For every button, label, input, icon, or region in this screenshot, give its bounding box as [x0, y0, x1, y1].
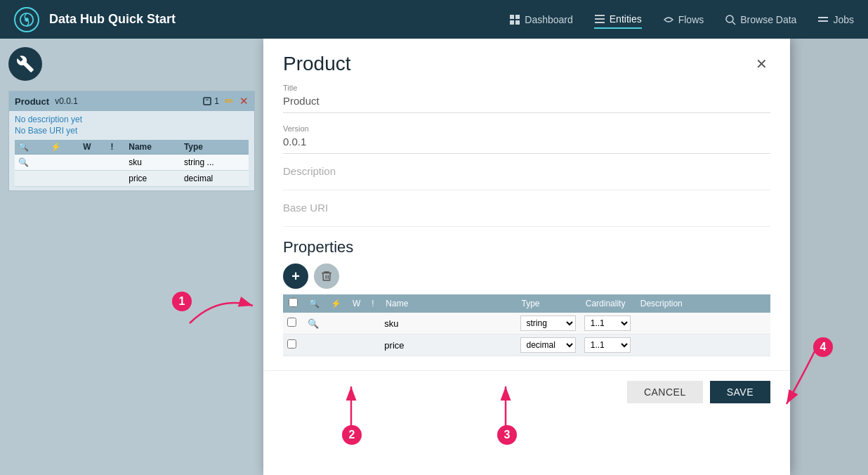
- svg-rect-4: [510, 20, 514, 25]
- app-title: Data Hub Quick Start: [49, 12, 509, 27]
- entity-edit-button[interactable]: ✏: [225, 95, 234, 108]
- th-exclaim-icon: !: [366, 294, 380, 313]
- row2-type[interactable]: string decimal integer boolean date: [516, 334, 580, 356]
- nav-entities[interactable]: Entities: [594, 11, 642, 29]
- product-modal: Product ✕ Title Product Version 0.0.1 De…: [263, 39, 790, 475]
- table-row: 🔍 sku string ...: [15, 155, 249, 171]
- th-w-icon: W: [347, 294, 366, 313]
- main-area: Product v0.0.1 1 ✏ ✕ No description yet …: [0, 39, 868, 475]
- svg-rect-2: [510, 15, 514, 19]
- base-uri-input[interactable]: Base URI: [283, 202, 770, 227]
- annotation-1: 1: [172, 292, 192, 311]
- row2-search: [303, 334, 325, 356]
- cell-sku-type: string ...: [180, 155, 249, 171]
- nav-jobs[interactable]: Jobs: [817, 11, 854, 28]
- cell-search-icon: 🔍: [15, 155, 47, 171]
- cell-empty5: [47, 171, 79, 187]
- th-type-col: Type: [516, 294, 580, 313]
- cell-empty6: [79, 171, 107, 187]
- top-navigation: Data Hub Quick Start Dashboard Entities …: [0, 0, 868, 39]
- nav-browse-data[interactable]: Browse Data: [725, 11, 796, 28]
- entity-card-actions: 1 ✏ ✕: [202, 95, 249, 108]
- table-row: 🔍 string decimal integer boolean date: [283, 313, 770, 334]
- annotation-4: 4: [813, 337, 833, 357]
- nav-flows[interactable]: Flows: [663, 11, 704, 28]
- cancel-button[interactable]: CANCEL: [627, 381, 703, 403]
- title-field-group: Title Product: [283, 84, 770, 113]
- th-checkbox: [283, 294, 303, 313]
- description-input[interactable]: Description: [283, 165, 770, 190]
- row1-description[interactable]: [635, 313, 770, 334]
- th-exclaim: !: [107, 140, 125, 155]
- base-uri-field-group: Base URI: [283, 202, 770, 227]
- row1-w: [347, 313, 366, 334]
- row1-lightning: [325, 313, 347, 334]
- th-search: 🔍: [15, 140, 47, 155]
- wrench-icon-button[interactable]: [8, 47, 42, 81]
- cell-empty3: [107, 155, 125, 171]
- cell-empty4: [15, 171, 47, 187]
- modal-header: Product ✕: [263, 39, 790, 84]
- table-row: string decimal integer boolean date 1..1…: [283, 334, 770, 356]
- svg-point-1: [25, 18, 28, 21]
- th-type: Type: [180, 140, 249, 155]
- row1-name-input[interactable]: [384, 318, 511, 329]
- row2-name[interactable]: [380, 334, 515, 356]
- props-table-header-row: 🔍 ⚡ W ! Name Type Cardinality Descriptio…: [283, 294, 770, 313]
- entity-delete-button[interactable]: ✕: [239, 95, 249, 108]
- entity-count: 1: [202, 96, 219, 106]
- properties-actions: +: [283, 263, 770, 289]
- row2-cardinality-select[interactable]: 1..1 0..1 0..∞ 1..∞: [584, 337, 631, 353]
- properties-table: 🔍 ⚡ W ! Name Type Cardinality Descriptio…: [283, 294, 770, 356]
- row1-name[interactable]: [380, 313, 515, 334]
- entity-base-uri-text: No Base URI yet: [15, 126, 249, 136]
- entity-description-text: No description yet: [15, 115, 249, 124]
- th-lightning: ⚡: [47, 140, 79, 155]
- entity-card-header: Product v0.0.1 1 ✏ ✕: [9, 91, 254, 111]
- entity-card: Product v0.0.1 1 ✏ ✕ No description yet …: [8, 91, 255, 191]
- row1-cardinality-select[interactable]: 1..1 0..1 0..∞ 1..∞: [584, 315, 631, 331]
- row2-description[interactable]: [635, 334, 770, 356]
- sidebar: Product v0.0.1 1 ✏ ✕ No description yet …: [0, 39, 263, 475]
- cell-sku-name: sku: [125, 155, 180, 171]
- svg-rect-3: [515, 15, 520, 19]
- row1-type[interactable]: string decimal integer boolean date: [516, 313, 580, 334]
- row2-type-select[interactable]: string decimal integer boolean date: [520, 337, 576, 353]
- entity-name: Product: [15, 96, 49, 107]
- title-value[interactable]: Product: [283, 95, 770, 113]
- modal-close-button[interactable]: ✕: [753, 53, 770, 75]
- entity-properties-table: 🔍 ⚡ W ! Name Type 🔍: [15, 140, 249, 187]
- title-label: Title: [283, 84, 770, 92]
- th-cardinality-col: Cardinality: [580, 294, 635, 313]
- row2-exclaim: [366, 334, 380, 356]
- save-button[interactable]: SAVE: [710, 381, 770, 403]
- modal-footer: CANCEL SAVE: [263, 370, 790, 413]
- row1-exclaim: [366, 313, 380, 334]
- th-w: W: [79, 140, 107, 155]
- row1-cardinality[interactable]: 1..1 0..1 0..∞ 1..∞: [580, 313, 635, 334]
- delete-property-button[interactable]: [314, 263, 339, 289]
- properties-section-title: Properties: [283, 238, 770, 256]
- row1-checkbox: [283, 313, 303, 334]
- row2-checkbox: [283, 334, 303, 356]
- th-lightning-icon: ⚡: [325, 294, 347, 313]
- th-search-icon: 🔍: [303, 294, 325, 313]
- svg-rect-5: [515, 20, 520, 25]
- add-property-button[interactable]: +: [283, 263, 308, 289]
- select-all-checkbox[interactable]: [289, 298, 298, 307]
- annotation-3: 3: [497, 425, 517, 445]
- row1-select[interactable]: [287, 318, 296, 327]
- description-field-group: Description: [283, 165, 770, 190]
- row2-desc-input[interactable]: [639, 340, 766, 351]
- svg-line-7: [732, 22, 735, 25]
- cell-empty2: [79, 155, 107, 171]
- version-value[interactable]: 0.0.1: [283, 136, 770, 154]
- row2-cardinality[interactable]: 1..1 0..1 0..∞ 1..∞: [580, 334, 635, 356]
- row1-search: 🔍: [303, 313, 325, 334]
- row2-select[interactable]: [287, 339, 296, 349]
- row1-type-select[interactable]: string decimal integer boolean date: [520, 315, 576, 331]
- row1-desc-input[interactable]: [639, 318, 766, 329]
- nav-dashboard[interactable]: Dashboard: [509, 11, 573, 28]
- th-description-col: Description: [635, 294, 770, 313]
- row2-name-input[interactable]: [384, 340, 511, 351]
